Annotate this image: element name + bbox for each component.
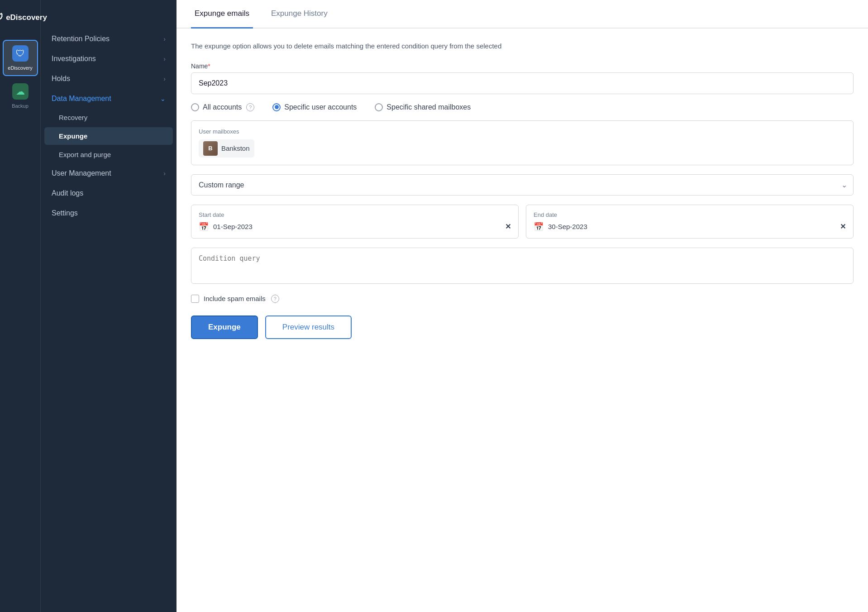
nav-recovery-label: Recovery <box>59 114 87 121</box>
start-date-label: Start date <box>199 211 511 218</box>
spam-checkbox[interactable] <box>191 295 199 303</box>
ediscovery-icon: 🛡 <box>12 45 29 62</box>
end-date-value: 30-Sep-2023 <box>548 223 835 230</box>
user-management-chevron-icon: › <box>163 170 166 177</box>
content-panel: Expunge emails Expunge History The expun… <box>176 0 868 612</box>
condition-query-input[interactable] <box>191 248 854 284</box>
tab-bar: Expunge emails Expunge History <box>176 0 868 29</box>
tab-expunge-history-label: Expunge History <box>271 9 328 18</box>
app-logo-icon: 🛡 <box>0 12 3 24</box>
expunge-button[interactable]: Expunge <box>191 316 258 339</box>
app-layout: 🛡 eDiscovery 🛡 eDiscovery ☁ Backup <box>0 0 868 612</box>
nav-audit-logs[interactable]: Audit logs <box>41 183 176 203</box>
name-required: * <box>208 62 210 70</box>
end-date-input-row: 📅 30-Sep-2023 ✕ <box>534 222 846 232</box>
name-input[interactable] <box>191 72 854 94</box>
data-management-chevron-icon: ⌄ <box>160 95 166 102</box>
nav-export-purge[interactable]: Export and purge <box>41 146 176 163</box>
start-date-clear-button[interactable]: ✕ <box>505 222 511 231</box>
icon-column: 🛡 eDiscovery 🛡 eDiscovery ☁ Backup <box>0 0 41 612</box>
end-date-calendar-icon: 📅 <box>534 222 544 232</box>
radio-all-accounts[interactable]: All accounts ? <box>191 103 254 111</box>
start-date-field: Start date 📅 01-Sep-2023 ✕ <box>191 205 519 239</box>
nav-holds[interactable]: Holds › <box>41 69 176 89</box>
holds-chevron-icon: › <box>163 75 166 82</box>
nav-settings-label: Settings <box>52 209 78 217</box>
nav-recovery[interactable]: Recovery <box>41 109 176 126</box>
main-content: Expunge emails Expunge History The expun… <box>176 0 868 612</box>
backup-label: Backup <box>12 103 29 109</box>
mailbox-label: User mailboxes <box>199 128 846 135</box>
start-date-value: 01-Sep-2023 <box>213 223 501 230</box>
form-description: The expunge option allows you to delete … <box>191 41 854 52</box>
nav-retention-label: Retention Policies <box>52 35 110 43</box>
nav-user-management-label: User Management <box>52 169 111 177</box>
date-range-wrapper: Custom range Last 7 days Last 30 days La… <box>191 174 854 196</box>
name-label: Name* <box>191 62 854 70</box>
user-tag-label: Bankston <box>221 144 250 152</box>
date-range-select[interactable]: Custom range Last 7 days Last 30 days La… <box>191 174 854 196</box>
preview-results-button[interactable]: Preview results <box>265 316 352 339</box>
radio-specific-shared[interactable]: Specific shared mailboxes <box>375 103 471 111</box>
name-field-group: Name* <box>191 62 854 94</box>
sidebar-icon-ediscovery[interactable]: 🛡 eDiscovery <box>3 40 38 76</box>
all-accounts-help-icon[interactable]: ? <box>246 103 254 111</box>
radio-all-accounts-label: All accounts <box>203 103 242 111</box>
nav-column: Retention Policies › Investigations › Ho… <box>41 0 176 612</box>
nav-expunge[interactable]: Expunge <box>44 127 173 145</box>
account-type-radio-group: All accounts ? Specific user accounts Sp… <box>191 103 854 111</box>
nav-audit-logs-label: Audit logs <box>52 189 83 197</box>
nav-retention-policies[interactable]: Retention Policies › <box>41 29 176 49</box>
expunge-form: The expunge option allows you to delete … <box>176 29 868 352</box>
start-date-input-row: 📅 01-Sep-2023 ✕ <box>199 222 511 232</box>
user-avatar: B <box>203 141 218 156</box>
retention-chevron-icon: › <box>163 35 166 43</box>
nav-data-management[interactable]: Data Management ⌄ <box>41 89 176 109</box>
radio-specific-user[interactable]: Specific user accounts <box>272 103 357 111</box>
investigations-chevron-icon: › <box>163 55 166 62</box>
tab-expunge-emails-label: Expunge emails <box>195 9 249 18</box>
spam-help-icon[interactable]: ? <box>271 295 279 303</box>
nav-holds-label: Holds <box>52 75 70 83</box>
nav-data-management-label: Data Management <box>52 95 111 103</box>
spam-label: Include spam emails <box>204 295 266 302</box>
radio-specific-user-label: Specific user accounts <box>284 103 357 111</box>
radio-specific-user-circle <box>272 103 281 111</box>
spam-checkbox-row: Include spam emails ? <box>191 295 854 303</box>
mailbox-box: User mailboxes B Bankston <box>191 120 854 165</box>
radio-all-accounts-circle <box>191 103 199 111</box>
radio-specific-shared-label: Specific shared mailboxes <box>386 103 471 111</box>
nav-expunge-label: Expunge <box>59 132 87 140</box>
nav-investigations-label: Investigations <box>52 55 96 63</box>
sidebar: 🛡 eDiscovery 🛡 eDiscovery ☁ Backup <box>0 0 176 612</box>
sidebar-icon-backup[interactable]: ☁ Backup <box>3 79 38 113</box>
start-date-calendar-icon: 📅 <box>199 222 209 232</box>
radio-specific-shared-circle <box>375 103 383 111</box>
end-date-label: End date <box>534 211 846 218</box>
tab-expunge-emails[interactable]: Expunge emails <box>191 0 253 29</box>
tab-expunge-history[interactable]: Expunge History <box>267 0 331 29</box>
user-avatar-img: B <box>203 141 218 156</box>
date-row: Start date 📅 01-Sep-2023 ✕ End date 📅 30… <box>191 205 854 239</box>
end-date-field: End date 📅 30-Sep-2023 ✕ <box>526 205 854 239</box>
end-date-clear-button[interactable]: ✕ <box>840 222 846 231</box>
nav-investigations[interactable]: Investigations › <box>41 49 176 69</box>
backup-icon: ☁ <box>12 83 29 100</box>
nav-settings[interactable]: Settings <box>41 203 176 223</box>
user-tag[interactable]: B Bankston <box>199 139 254 158</box>
nav-user-management[interactable]: User Management › <box>41 163 176 183</box>
action-buttons: Expunge Preview results <box>191 316 854 339</box>
ediscovery-label: eDiscovery <box>8 65 32 71</box>
nav-export-purge-label: Export and purge <box>59 151 111 158</box>
